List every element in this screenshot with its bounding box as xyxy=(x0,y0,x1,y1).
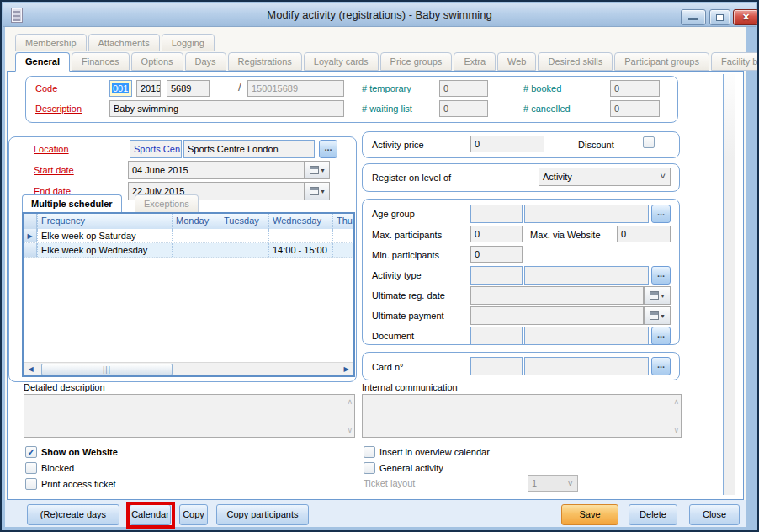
scroll-up-icon[interactable]: ∧ xyxy=(347,397,353,406)
document-code-field[interactable] xyxy=(470,327,523,345)
copy-participants-button[interactable]: Copy participants xyxy=(216,504,309,525)
card-name-field[interactable] xyxy=(524,357,649,375)
column-tuesday[interactable]: Tuesday xyxy=(220,214,268,229)
end-date-picker-button[interactable]: ▾ xyxy=(305,182,330,200)
close-dialog-button[interactable]: Close xyxy=(689,504,740,525)
insert-overview-calendar-checkbox[interactable] xyxy=(364,446,375,458)
code-part2-field[interactable]: 2015 xyxy=(136,80,161,97)
tab-multiple-scheduler[interactable]: Multiple scheduler xyxy=(22,194,122,212)
monday-cell[interactable] xyxy=(172,243,220,257)
card-browse-button[interactable]: ... xyxy=(651,357,671,375)
tab-options[interactable]: Options xyxy=(131,52,183,71)
column-monday[interactable]: Monday xyxy=(172,214,220,229)
tab-extra[interactable]: Extra xyxy=(454,52,496,71)
internal-communication-textarea[interactable]: ∧ ∨ xyxy=(362,394,682,438)
start-date-field[interactable]: 04 June 2015 xyxy=(128,161,305,179)
column-wednesday[interactable]: Wednesday xyxy=(268,214,332,229)
horizontal-scrollbar[interactable]: ◀ ||| ▶ xyxy=(24,362,353,375)
location-code-field[interactable]: Sports Cen xyxy=(130,140,182,158)
print-access-ticket-checkbox[interactable] xyxy=(25,478,37,490)
tab-price-groups[interactable]: Price groups xyxy=(380,52,453,71)
ultimate-reg-date-field[interactable] xyxy=(470,286,644,305)
code-part3-field[interactable]: 5689 xyxy=(167,80,210,97)
tab-logging[interactable]: Logging xyxy=(162,34,215,51)
tab-membership[interactable]: Membership xyxy=(15,34,87,51)
wednesday-cell[interactable]: 14:00 - 15:00 xyxy=(268,243,332,257)
tab-facility-bookings[interactable]: Facility bookings xyxy=(711,52,759,71)
calendar-button[interactable]: Calendar xyxy=(130,504,171,525)
tab-desired-skills[interactable]: Desired skills xyxy=(538,52,613,71)
document-name-field[interactable] xyxy=(524,327,649,345)
ultimate-payment-field[interactable] xyxy=(470,306,644,325)
location-browse-button[interactable]: ... xyxy=(319,140,337,158)
tuesday-cell[interactable] xyxy=(220,243,268,257)
start-date-picker-button[interactable]: ▾ xyxy=(305,161,330,179)
max-participants-field[interactable]: 0 xyxy=(470,226,523,242)
save-button[interactable]: Save xyxy=(561,504,618,525)
card-code-field[interactable] xyxy=(470,357,523,375)
min-participants-field[interactable]: 0 xyxy=(470,246,523,263)
min-participants-label: Min. participants xyxy=(372,250,439,260)
minimize-button[interactable] xyxy=(681,9,706,25)
column-frequency[interactable]: Frequency xyxy=(37,214,172,229)
code-full-field: 150015689 xyxy=(247,80,344,97)
activity-type-name-field[interactable] xyxy=(524,266,649,285)
tuesday-cell[interactable] xyxy=(220,229,268,242)
column-thursday[interactable]: Thursday xyxy=(332,214,353,229)
detailed-description-textarea[interactable]: ∧ ∨ xyxy=(24,394,355,438)
scroll-up-icon[interactable]: ∧ xyxy=(673,397,679,406)
table-row[interactable]: Elke week op Wednesday 14:00 - 15:00 xyxy=(24,243,353,258)
tab-exceptions[interactable]: Exceptions xyxy=(135,194,199,212)
frequency-cell[interactable]: Elke week op Wednesday xyxy=(37,243,172,257)
activity-price-field[interactable]: 0 xyxy=(470,136,544,152)
age-group-name-field[interactable] xyxy=(524,205,649,223)
show-on-website-checkbox[interactable]: ✓ xyxy=(25,446,37,458)
age-group-code-field[interactable] xyxy=(470,205,523,223)
description-field[interactable]: Baby swimming xyxy=(109,100,344,117)
ultimate-payment-picker-button[interactable]: ▾ xyxy=(644,306,671,325)
activity-type-browse-button[interactable]: ... xyxy=(651,266,671,285)
frequency-cell[interactable]: Elke week op Saturday xyxy=(37,229,172,242)
scroll-left-icon[interactable]: ◀ xyxy=(24,364,37,375)
recreate-days-button[interactable]: (Re)create days xyxy=(27,504,119,525)
row-selector[interactable]: ▶ xyxy=(24,229,37,242)
monday-cell[interactable] xyxy=(172,229,220,242)
scroll-down-icon[interactable]: ∨ xyxy=(347,426,353,434)
register-level-select[interactable]: Activity˅ xyxy=(539,168,671,186)
close-button[interactable]: ✕ xyxy=(733,9,759,25)
scroll-down-icon[interactable]: ∨ xyxy=(673,426,679,434)
tab-finances[interactable]: Finances xyxy=(72,52,130,71)
blocked-checkbox[interactable] xyxy=(25,462,37,474)
wednesday-cell[interactable] xyxy=(268,229,332,242)
copy-button[interactable]: Copy xyxy=(179,504,208,525)
thursday-cell[interactable] xyxy=(332,229,353,242)
row-selector-header xyxy=(24,214,37,229)
titlebar[interactable]: Modify activity (registrations) - Baby s… xyxy=(3,3,756,27)
tab-loyalty-cards[interactable]: Loyalty cards xyxy=(304,52,379,71)
row-selector[interactable] xyxy=(24,243,37,257)
thursday-cell[interactable] xyxy=(332,243,353,257)
tab-participant-groups[interactable]: Participant groups xyxy=(614,52,709,71)
vertical-scrollbar[interactable] xyxy=(723,74,735,495)
general-activity-checkbox[interactable] xyxy=(364,462,375,474)
tab-general[interactable]: General xyxy=(15,52,70,72)
table-row[interactable]: ▶ Elke week op Saturday xyxy=(24,229,353,243)
age-group-browse-button[interactable]: ... xyxy=(651,205,671,223)
code-part1-field[interactable]: 001 xyxy=(109,80,132,97)
register-level-value: Activity xyxy=(543,172,572,182)
scroll-right-icon[interactable]: ▶ xyxy=(340,364,353,375)
discount-checkbox[interactable] xyxy=(643,136,655,148)
tab-web[interactable]: Web xyxy=(497,52,536,71)
tab-registrations[interactable]: Registrations xyxy=(228,52,302,71)
max-via-website-field[interactable]: 0 xyxy=(617,226,671,242)
activity-type-code-field[interactable] xyxy=(470,266,523,285)
tab-days[interactable]: Days xyxy=(185,52,226,71)
location-name-field[interactable]: Sports Centre London xyxy=(183,140,315,158)
description-label: Description xyxy=(35,104,82,114)
scrollbar-thumb[interactable]: ||| xyxy=(41,364,172,375)
tab-attachments[interactable]: Attachments xyxy=(88,34,160,51)
ultimate-reg-date-picker-button[interactable]: ▾ xyxy=(644,286,671,305)
maximize-button[interactable] xyxy=(709,9,730,25)
delete-button[interactable]: Delete xyxy=(629,504,677,525)
document-browse-button[interactable]: ... xyxy=(651,327,671,345)
